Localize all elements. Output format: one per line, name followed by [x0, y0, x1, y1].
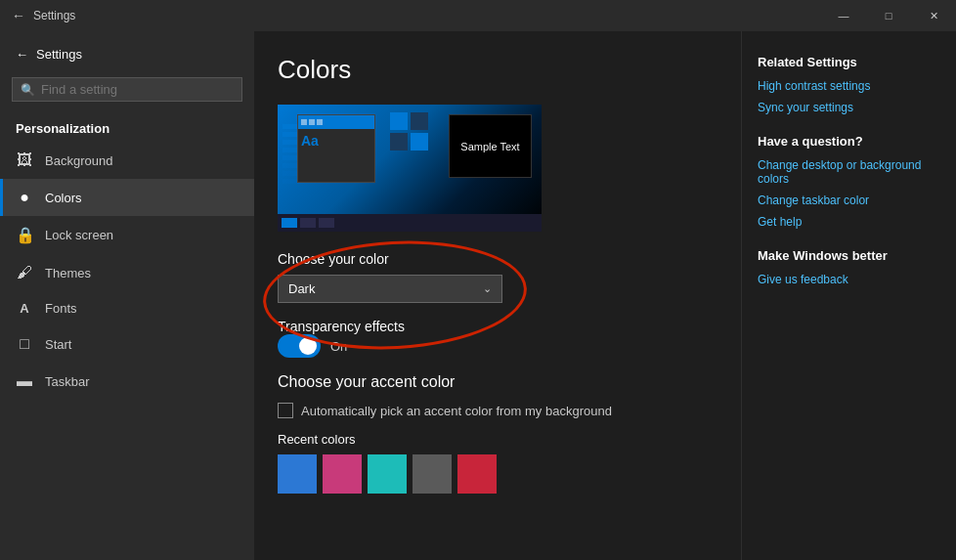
make-better-title: Make Windows better: [758, 248, 940, 263]
sidebar-item-lock-screen[interactable]: 🔒 Lock screen: [0, 216, 254, 254]
right-panel: Related Settings High contrast settings …: [741, 31, 956, 560]
high-contrast-link[interactable]: High contrast settings: [758, 79, 940, 93]
back-arrow-icon: ←: [16, 47, 28, 62]
lock-icon: 🔒: [16, 226, 33, 244]
search-input[interactable]: [41, 82, 234, 97]
color-preview: Aa Sample Text: [278, 105, 542, 232]
sidebar-item-background[interactable]: 🖼 Background: [0, 142, 254, 179]
sidebar-item-label: Background: [45, 153, 112, 168]
sidebar-item-start[interactable]: □ Start: [0, 325, 254, 363]
sidebar: ← Settings 🔍 Personalization 🖼 Backgroun…: [0, 31, 254, 560]
sidebar-item-colors[interactable]: ● Colors: [0, 179, 254, 216]
sidebar-item-label: Taskbar: [45, 374, 90, 389]
related-settings-title: Related Settings: [758, 55, 940, 69]
get-help-link[interactable]: Get help: [758, 215, 940, 229]
choose-color-label: Choose your color: [278, 251, 710, 267]
auto-accent-label: Automatically pick an accent color from …: [301, 404, 612, 418]
dropdown-value: Dark: [288, 281, 315, 296]
titlebar: ← Settings — □ ✕: [0, 0, 956, 31]
maximize-button[interactable]: □: [866, 0, 911, 31]
preview-taskbar: [278, 214, 542, 232]
recent-colors-title: Recent colors: [278, 432, 710, 447]
background-icon: 🖼: [16, 151, 33, 169]
fonts-icon: A: [16, 301, 33, 316]
transparency-section: Transparency effects On: [278, 319, 710, 358]
chevron-down-icon: ⌄: [483, 282, 492, 295]
preview-window: Aa: [297, 114, 375, 183]
sidebar-item-label: Colors: [45, 191, 82, 205]
transparency-toggle[interactable]: [278, 334, 321, 358]
accent-section: Choose your accent color Automatically p…: [278, 373, 710, 418]
main-content: Colors Aa: [254, 31, 741, 560]
color-swatch-0[interactable]: [278, 454, 317, 494]
sidebar-item-taskbar[interactable]: ▬ Taskbar: [0, 363, 254, 400]
sidebar-back-button[interactable]: ← Settings: [0, 39, 254, 69]
make-windows-better-section: Make Windows better Give us feedback: [758, 248, 940, 286]
change-taskbar-link[interactable]: Change taskbar color: [758, 194, 940, 207]
preview-sample-box: Sample Text: [449, 114, 532, 178]
toggle-on-label: On: [330, 339, 347, 354]
search-box[interactable]: 🔍: [12, 77, 242, 102]
themes-icon: 🖌: [16, 264, 33, 281]
accent-title: Choose your accent color: [278, 373, 710, 391]
sidebar-item-label: Themes: [45, 266, 91, 280]
app-body: ← Settings 🔍 Personalization 🖼 Backgroun…: [0, 31, 956, 560]
preview-aa-text: Aa: [301, 133, 319, 149]
transparency-label: Transparency effects: [278, 319, 710, 334]
taskbar-icon: ▬: [16, 372, 33, 390]
change-desktop-link[interactable]: Change desktop or background colors: [758, 158, 940, 186]
page-title: Colors: [278, 55, 710, 85]
sync-settings-link[interactable]: Sync your settings: [758, 101, 940, 114]
color-section-wrapper: Choose your color Dark ⌄: [278, 251, 710, 303]
minimize-button[interactable]: —: [821, 0, 866, 31]
color-swatch-1[interactable]: [323, 454, 362, 494]
color-swatches: [278, 454, 710, 494]
sidebar-item-fonts[interactable]: A Fonts: [0, 291, 254, 325]
have-a-question-section: Have a question? Change desktop or backg…: [758, 134, 940, 229]
have-question-title: Have a question?: [758, 134, 940, 149]
start-icon: □: [16, 335, 33, 353]
transparency-row: On: [278, 334, 710, 358]
back-icon[interactable]: ←: [12, 8, 25, 23]
titlebar-left: ← Settings: [12, 8, 75, 23]
close-button[interactable]: ✕: [911, 0, 956, 31]
sidebar-item-label: Start: [45, 337, 71, 352]
preview-sample-text: Sample Text: [460, 141, 519, 152]
color-mode-dropdown[interactable]: Dark ⌄: [278, 275, 502, 303]
auto-accent-checkbox[interactable]: [278, 403, 293, 418]
titlebar-controls: — □ ✕: [821, 0, 956, 31]
give-feedback-link[interactable]: Give us feedback: [758, 273, 940, 286]
preview-tiles: [390, 112, 428, 153]
color-swatch-2[interactable]: [368, 454, 407, 494]
sidebar-back-label: Settings: [36, 47, 82, 62]
sidebar-item-themes[interactable]: 🖌 Themes: [0, 254, 254, 291]
colors-icon: ●: [16, 189, 33, 206]
recent-colors-section: Recent colors: [278, 432, 710, 494]
toggle-knob: [299, 337, 317, 355]
sidebar-item-label: Lock screen: [45, 228, 113, 242]
color-swatch-4[interactable]: [457, 454, 497, 494]
auto-accent-row: Automatically pick an accent color from …: [278, 403, 710, 418]
sidebar-section-title: Personalization: [0, 109, 254, 142]
search-icon: 🔍: [21, 83, 35, 97]
sidebar-item-label: Fonts: [45, 301, 77, 316]
color-swatch-3[interactable]: [413, 454, 452, 494]
titlebar-title: Settings: [33, 9, 75, 22]
